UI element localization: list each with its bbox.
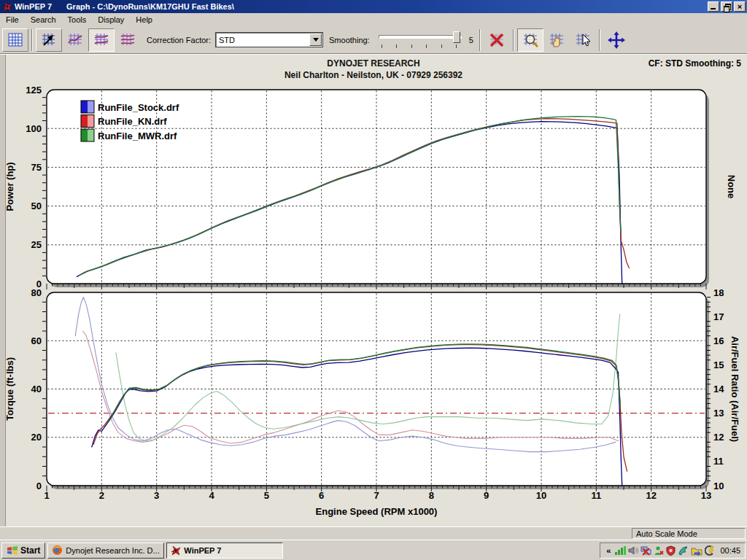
- legend-swatch-dark: [81, 129, 88, 141]
- restore-button[interactable]: [721, 1, 732, 12]
- torque-tick-40: 40: [31, 384, 42, 394]
- window-app-title: WinPEP 7: [15, 2, 52, 11]
- task-winpep-label: WinPEP 7: [184, 546, 221, 555]
- signal-strength-icon[interactable]: [614, 545, 626, 556]
- task-winpep-button[interactable]: WinPEP 7: [166, 542, 283, 559]
- crosshair-move-icon: [607, 31, 626, 50]
- rpm-tick-1: 1: [44, 490, 49, 501]
- menu-display[interactable]: Display: [92, 14, 130, 26]
- firefox-icon: [52, 545, 63, 556]
- shop-title: DYNOJET RESEARCH: [0, 58, 747, 69]
- rpm-tick-10: 10: [536, 490, 546, 501]
- start-label: Start: [20, 545, 40, 556]
- winpep-app-icon: [2, 1, 12, 12]
- start-button[interactable]: Start: [1, 542, 45, 559]
- graph-runs-button[interactable]: [36, 28, 62, 52]
- rpm-tick-11: 11: [591, 490, 601, 501]
- power-manager-icon[interactable]: [705, 545, 715, 556]
- power-tick-25: 25: [31, 239, 42, 250]
- legend-swatch-light: [88, 101, 94, 113]
- slider-thumb[interactable]: [453, 31, 460, 43]
- smoothing-value: 5: [469, 36, 473, 44]
- graph-single-button[interactable]: [62, 28, 88, 52]
- afr-tick-14: 14: [713, 384, 724, 394]
- graph-dual-button[interactable]: [88, 28, 115, 52]
- graph-multi-curves-icon: [118, 31, 137, 50]
- graph-two-curves-icon: [92, 31, 111, 50]
- messenger-offline-icon[interactable]: [654, 545, 664, 556]
- tray-clock: 00:45: [720, 546, 740, 555]
- legend-swatch-light: [88, 115, 94, 128]
- winpep-task-icon: [171, 545, 181, 556]
- network-offline-icon[interactable]: [640, 545, 651, 556]
- correction-factor-select[interactable]: STD: [215, 32, 323, 47]
- minimize-button[interactable]: [708, 1, 719, 12]
- afr-tick-11: 11: [713, 456, 724, 467]
- legend-swatch-dark: [81, 115, 88, 128]
- select-graph-button[interactable]: [570, 28, 596, 52]
- afr-tick-15: 15: [713, 359, 724, 370]
- correction-factor-value: STD: [216, 36, 309, 44]
- table-icon: [6, 31, 25, 50]
- smoothing-slider[interactable]: [377, 30, 463, 50]
- graph-arrow-icon: [39, 31, 58, 50]
- power-tick-75: 75: [31, 162, 42, 173]
- restore-icon: [724, 4, 729, 9]
- delete-graph-icon: [487, 31, 506, 50]
- legend-swatch-dark: [81, 101, 88, 113]
- slider-track: [379, 35, 462, 39]
- pan-graph-button[interactable]: [543, 28, 570, 52]
- menu-search[interactable]: Search: [25, 14, 62, 26]
- shop-subtitle: Neil Charlton - Neilston, UK - 07929 256…: [0, 70, 747, 80]
- update-folder-icon[interactable]: [691, 545, 703, 556]
- hide-icons-chevron[interactable]: «: [605, 546, 612, 555]
- pest-patrol-icon[interactable]: [678, 545, 689, 556]
- torque-tick-0: 0: [36, 481, 42, 491]
- close-button[interactable]: ×: [734, 1, 746, 12]
- rpm-tick-3: 3: [154, 490, 159, 501]
- close-graph-button[interactable]: [484, 28, 510, 52]
- rpm-tick-4: 4: [209, 490, 214, 501]
- rpm-tick-8: 8: [429, 490, 434, 501]
- zoom-graph-button[interactable]: [517, 28, 543, 52]
- power-axis-label: Power (hp): [4, 162, 15, 211]
- toolbar-separator: [31, 29, 33, 51]
- charts-canvas[interactable]: 0255075100125Power (hp)NoneRunFile_Stock…: [0, 79, 747, 526]
- task-browser-button[interactable]: Dynojet Research Inc. D...: [47, 542, 164, 559]
- menu-bar: File Search Tools Display Help: [0, 13, 747, 26]
- x-axis-label: Engine Speed (RPM x1000): [316, 506, 438, 517]
- menu-file[interactable]: File: [0, 14, 25, 26]
- torque-tick-60: 60: [31, 335, 42, 346]
- toolbar-separator: [513, 29, 514, 51]
- afr-axis-label: Air/Fuel Ratio (Air/Fuel): [729, 336, 740, 442]
- power-tick-125: 125: [26, 85, 42, 96]
- graph-page: DYNOJET RESEARCH Neil Charlton - Neilsto…: [0, 54, 747, 526]
- top-right-axis-label: None: [726, 175, 737, 199]
- crosshair-button[interactable]: [603, 28, 630, 52]
- rpm-tick-7: 7: [374, 490, 379, 501]
- torque-tick-80: 80: [31, 287, 42, 298]
- pointer-icon: [573, 31, 592, 50]
- scale-mode-status: Auto Scale Mode: [632, 528, 746, 539]
- menu-help[interactable]: Help: [130, 14, 158, 26]
- legend-label: RunFile_Stock.drf: [98, 102, 179, 113]
- afr-tick-13: 13: [713, 408, 724, 419]
- dropdown-arrow-icon[interactable]: [309, 34, 322, 46]
- menu-tools[interactable]: Tools: [62, 14, 93, 26]
- rpm-tick-9: 9: [484, 490, 489, 501]
- afr-tick-16: 16: [713, 335, 724, 346]
- graph-multi-button[interactable]: [115, 28, 141, 52]
- rpm-tick-12: 12: [646, 490, 656, 501]
- rpm-tick-2: 2: [99, 490, 104, 501]
- graph-curve-icon: [66, 31, 85, 50]
- smoothing-label: Smoothing:: [329, 36, 370, 44]
- volume-icon[interactable]: [628, 545, 638, 556]
- toolbar-separator: [599, 29, 600, 51]
- antivirus-shield-icon[interactable]: [666, 545, 676, 556]
- system-tray: «: [600, 542, 746, 559]
- rpm-tick-6: 6: [319, 490, 324, 501]
- winpep-window: WinPEP 7 Graph - C:\DynoRuns\KM17GHU Fas…: [0, 0, 747, 560]
- legend-swatch-light: [88, 129, 94, 141]
- runs-table-button[interactable]: [2, 28, 28, 52]
- torque-axis-label: Torque (ft-lbs): [4, 357, 15, 421]
